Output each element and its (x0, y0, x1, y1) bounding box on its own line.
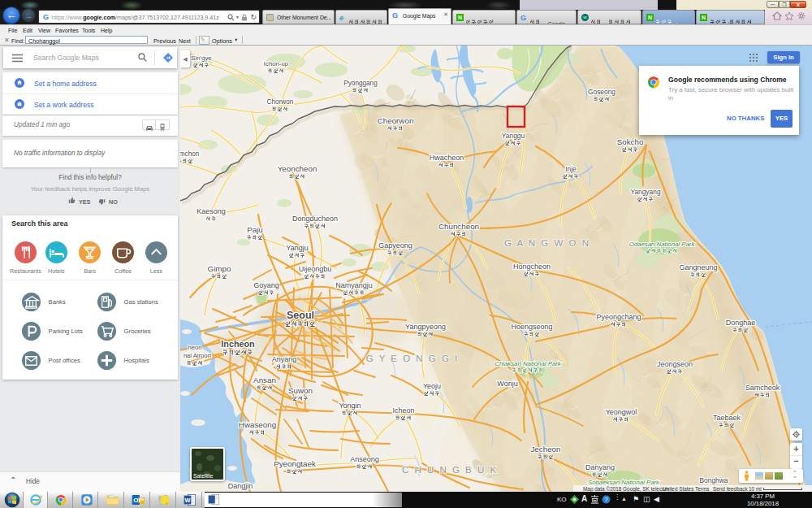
svg-text:Cheorwon: Cheorwon (378, 116, 414, 125)
svg-text:Samcheok: Samcheok (745, 384, 780, 392)
svg-text:Ichon-up: Ichon-up (264, 60, 289, 67)
svg-text:Yanggu: Yanggu (502, 132, 525, 140)
svg-text:Hoengseong: Hoengseong (511, 323, 552, 331)
svg-text:Yangpyeong: Yangpyeong (405, 323, 446, 331)
svg-text:G Y E O N G G I: G Y E O N G G I (366, 354, 460, 363)
svg-text:Jeongseon: Jeongseon (657, 360, 693, 368)
svg-text:Yeoju: Yeoju (423, 382, 441, 390)
svg-text:Gapyeong: Gapyeong (378, 241, 412, 250)
svg-text:Anseong: Anseong (350, 455, 379, 463)
svg-text:Odaesan National Park: Odaesan National Park (629, 241, 696, 248)
svg-text:Yangyang: Yangyang (630, 188, 660, 196)
svg-text:?: ? (604, 496, 607, 503)
svg-text:Chiaksan National Park: Chiaksan National Park (495, 360, 562, 367)
svg-text:Sin'gye: Sin'gye (191, 54, 211, 62)
svg-text:Goseong: Goseong (588, 88, 615, 96)
svg-text:Jecheon: Jecheon (530, 445, 560, 454)
svg-text:Namyangju: Namyangju (335, 281, 373, 289)
svg-text:Pyeongchang: Pyeongchang (596, 313, 641, 321)
svg-text:Kaesong: Kaesong (197, 207, 226, 215)
svg-text:Gimpo: Gimpo (208, 264, 231, 273)
svg-text:Yongin: Yongin (339, 402, 361, 410)
svg-text:O: O (133, 497, 138, 504)
svg-text:Paju: Paju (247, 225, 263, 234)
svg-text:G A N G W O N: G A N G W O N (504, 238, 590, 248)
svg-text:Dangjin: Dangjin (228, 482, 253, 490)
svg-text:Hwacheon: Hwacheon (430, 154, 464, 162)
svg-text:nal Airport: nal Airport (184, 352, 212, 359)
svg-text:heon: heon (188, 344, 202, 351)
svg-text:W: W (185, 497, 191, 504)
svg-text:Yeoncheon: Yeoncheon (278, 164, 317, 173)
svg-text:C H U N G B U K: C H U N G B U K (402, 465, 498, 475)
svg-text:Bonghwa: Bonghwa (700, 476, 728, 484)
svg-text:Inje: Inje (565, 165, 577, 173)
svg-text:Pyeongtaek: Pyeongtaek (274, 459, 316, 468)
svg-text:Anyang: Anyang (272, 355, 297, 363)
svg-text:Icheon: Icheon (392, 406, 414, 415)
svg-text:Taebaek: Taebaek (713, 414, 741, 422)
svg-text:Ansan: Ansan (253, 376, 276, 384)
svg-text:Yeongwol: Yeongwol (606, 408, 637, 416)
svg-text:Hongcheon: Hongcheon (513, 263, 551, 271)
svg-text:Danyang: Danyang (585, 463, 615, 471)
svg-text:Donghae: Donghae (726, 319, 756, 327)
svg-text:Seoul: Seoul (287, 310, 314, 321)
svg-text:Wonju: Wonju (497, 380, 517, 388)
svg-text:Dongducheon: Dongducheon (292, 215, 338, 223)
svg-text:Yangju: Yangju (286, 244, 308, 252)
svg-text:Gangneung: Gangneung (679, 263, 717, 271)
svg-text:Incheon: Incheon (221, 339, 254, 349)
svg-text:Chorwon: Chorwon (267, 98, 294, 106)
svg-text:Goyang: Goyang (253, 281, 279, 289)
svg-text:Pyonggang: Pyonggang (343, 80, 378, 87)
svg-text:Sokcho: Sokcho (617, 137, 644, 146)
svg-text:Suwon: Suwon (288, 386, 313, 395)
svg-text:Chuncheon: Chuncheon (438, 222, 479, 231)
svg-text:Hwaseong: Hwaseong (239, 420, 276, 429)
svg-text:Uijeongbu: Uijeongbu (299, 265, 332, 273)
